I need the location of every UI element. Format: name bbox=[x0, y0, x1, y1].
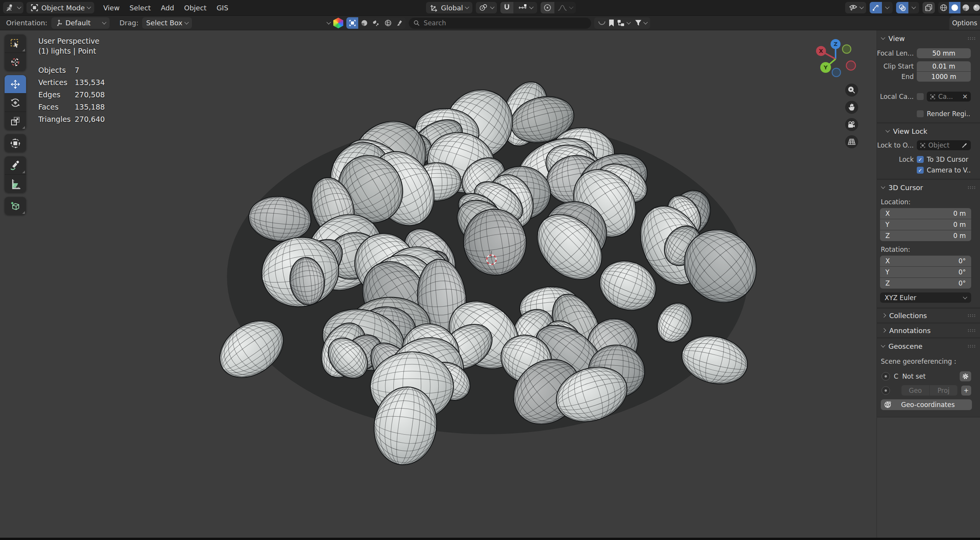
viewport-scene[interactable] bbox=[0, 30, 980, 538]
gizmo-axis-neg-z[interactable] bbox=[832, 68, 841, 77]
gizmo-axis-neg-x[interactable] bbox=[846, 61, 855, 70]
proportional-editing-toggle[interactable] bbox=[541, 2, 554, 13]
chevron-down-icon[interactable] bbox=[626, 20, 631, 24]
crs-radio[interactable] bbox=[882, 372, 890, 381]
lock-object-field[interactable]: Object bbox=[917, 140, 971, 150]
options-button[interactable]: Options bbox=[949, 16, 980, 30]
geo-coordinates-button[interactable]: Geo-coordinates bbox=[881, 399, 972, 410]
menu-select[interactable]: Select bbox=[125, 0, 156, 15]
eyedropper-icon[interactable] bbox=[962, 142, 968, 148]
clip-start-field[interactable]: 0.01 m bbox=[917, 61, 971, 71]
section-header-3d-cursor[interactable]: 3D Cursor bbox=[877, 181, 980, 194]
gizmo-settings-dropdown[interactable] bbox=[882, 2, 893, 13]
tool-transform[interactable] bbox=[5, 134, 26, 152]
ortho-grid-button[interactable] bbox=[845, 135, 858, 148]
geo-button[interactable]: Geo bbox=[901, 385, 929, 396]
gizmo-axis-neg-y[interactable] bbox=[842, 45, 851, 53]
shading-wireframe-button[interactable] bbox=[938, 2, 949, 13]
mode-selector[interactable]: Object Mode bbox=[26, 2, 94, 13]
shading-rendered-button[interactable] bbox=[971, 2, 980, 13]
filter-funnel-icon[interactable] bbox=[634, 19, 642, 27]
tool-select-box[interactable] bbox=[5, 34, 26, 53]
section-header-annotations[interactable]: Annotations bbox=[877, 323, 980, 337]
drag-dots-icon[interactable] bbox=[967, 314, 976, 317]
chevron-down-icon[interactable] bbox=[643, 20, 647, 24]
render-region-checkbox[interactable] bbox=[917, 110, 924, 117]
section-header-collections[interactable]: Collections bbox=[877, 309, 980, 322]
pan-button[interactable] bbox=[845, 101, 858, 114]
tool-move[interactable] bbox=[5, 75, 26, 93]
filter-brush-button[interactable] bbox=[394, 17, 406, 29]
bookmark-icon[interactable] bbox=[608, 19, 615, 27]
3d-viewport[interactable]: User Perspective (1) lights | Point Obje… bbox=[0, 30, 980, 538]
snap-toggle-button[interactable] bbox=[500, 2, 513, 13]
tool-rotate[interactable] bbox=[5, 93, 26, 112]
local-camera-object-field[interactable]: Ca... ✕ bbox=[927, 92, 971, 102]
pivot-point-dropdown[interactable] bbox=[476, 2, 497, 13]
object-visibility-dropdown[interactable] bbox=[845, 2, 866, 13]
drag-dots-icon[interactable] bbox=[967, 186, 976, 189]
tool-annotate[interactable] bbox=[5, 156, 26, 174]
shading-solid-button[interactable] bbox=[949, 2, 960, 13]
arc-icon[interactable] bbox=[597, 19, 606, 27]
menu-gis[interactable]: GIS bbox=[211, 0, 233, 15]
filter-particles-button[interactable] bbox=[370, 17, 382, 29]
transform-orientation-dropdown[interactable]: Global bbox=[426, 2, 472, 13]
editor-type-button[interactable] bbox=[3, 2, 23, 13]
cursor-rotation-y[interactable]: Y0° bbox=[880, 267, 971, 277]
add-crs-button[interactable]: + bbox=[961, 386, 971, 396]
proj-button[interactable]: Proj bbox=[930, 385, 958, 396]
stat-value: 270,640 bbox=[75, 114, 105, 124]
cursor-rotation-z[interactable]: Z0° bbox=[880, 278, 971, 289]
shading-material-button[interactable] bbox=[960, 2, 971, 13]
camera-view-button[interactable] bbox=[845, 118, 858, 131]
chevron-down-icon bbox=[881, 35, 885, 39]
geo-radio[interactable] bbox=[882, 386, 890, 395]
crs-settings-button[interactable] bbox=[960, 371, 971, 381]
filter-solid-button[interactable] bbox=[358, 17, 370, 29]
cursor-rotation-x[interactable]: X0° bbox=[880, 256, 971, 266]
cursor-location-y[interactable]: Y0 m bbox=[880, 219, 971, 230]
overlays-settings-dropdown[interactable] bbox=[908, 2, 919, 13]
clip-end-field[interactable]: 1000 m bbox=[917, 72, 971, 82]
section-header-view-lock[interactable]: View Lock bbox=[877, 125, 980, 137]
outliner-hierarchy-icon[interactable] bbox=[616, 19, 626, 27]
cursor-location-z[interactable]: Z0 m bbox=[880, 230, 971, 241]
drag-dots-icon[interactable] bbox=[967, 329, 976, 332]
drag-mode-dropdown[interactable]: Select Box bbox=[142, 17, 192, 29]
search-input[interactable] bbox=[423, 19, 587, 27]
orientation-axes-icon bbox=[430, 3, 438, 12]
zoom-button[interactable] bbox=[845, 84, 858, 97]
search-field[interactable] bbox=[409, 18, 591, 29]
xray-toggle[interactable] bbox=[923, 2, 935, 13]
focal-length-field[interactable]: 50 mm bbox=[917, 48, 971, 58]
gis-gem-icon[interactable] bbox=[333, 18, 343, 28]
to-3d-cursor-checkbox[interactable]: ✓ bbox=[917, 156, 924, 163]
falloff-dropdown[interactable] bbox=[554, 2, 576, 13]
menu-object[interactable]: Object bbox=[179, 0, 212, 15]
filter-selectable-button[interactable] bbox=[346, 17, 358, 29]
chevron-down-icon[interactable] bbox=[326, 20, 331, 24]
tool-scale[interactable] bbox=[5, 112, 26, 130]
tool-measure[interactable] bbox=[5, 174, 26, 193]
cursor-location-x[interactable]: X0 m bbox=[880, 208, 971, 219]
tool-cursor[interactable] bbox=[5, 53, 26, 71]
drag-dots-icon[interactable] bbox=[967, 37, 976, 40]
local-camera-checkbox[interactable] bbox=[917, 93, 924, 100]
section-header-view[interactable]: View bbox=[877, 32, 980, 44]
globe-icon bbox=[884, 401, 892, 409]
show-overlays-toggle[interactable] bbox=[896, 2, 908, 13]
show-gizmo-toggle[interactable] bbox=[870, 2, 882, 13]
drag-dots-icon[interactable] bbox=[967, 345, 976, 348]
navigation-gizmo[interactable]: Z X Y bbox=[810, 38, 858, 82]
camera-to-view-checkbox[interactable]: ✓ bbox=[917, 167, 924, 174]
snap-settings-dropdown[interactable] bbox=[513, 2, 537, 13]
filter-globe-button[interactable] bbox=[382, 17, 394, 29]
section-header-geoscene[interactable]: Geoscene bbox=[877, 340, 980, 352]
tool-add-cube[interactable] bbox=[5, 197, 26, 215]
drag-orientation-dropdown[interactable]: Default bbox=[51, 17, 110, 29]
menu-add[interactable]: Add bbox=[156, 0, 179, 15]
clear-x-icon[interactable]: ✕ bbox=[962, 93, 968, 100]
rotation-mode-dropdown[interactable]: XYZ Euler bbox=[880, 292, 971, 303]
menu-view[interactable]: View bbox=[98, 0, 125, 15]
